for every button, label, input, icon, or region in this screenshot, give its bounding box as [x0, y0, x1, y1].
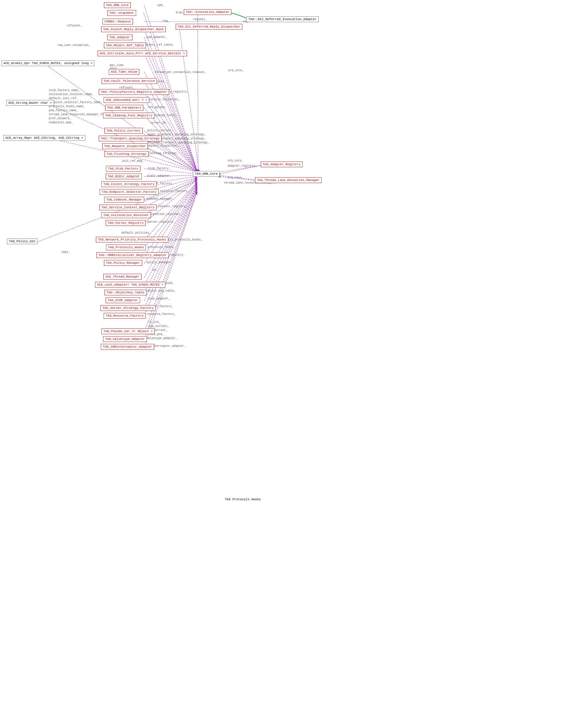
node-ace-thread-manager[interactable]: ACE_Thread_Manager: [103, 274, 142, 279]
node-ace-atomic-op[interactable]: ACE_Atomic_Op< TAO_SYNCH_MUTEX, unsigned…: [1, 60, 94, 66]
node-ace-lock-adapter[interactable]: ACE_Lock_Adapter< TAO_SYNCH_MUTEX >: [95, 282, 165, 288]
node-tao-argument[interactable]: TAO::Argument: [107, 10, 136, 16]
node-ace-string-base[interactable]: ACE_String_Base< char >: [6, 100, 54, 106]
label-protocol-factories: protocol_factories_: [147, 98, 180, 101]
node-tao-valuetype-adapter[interactable]: TAO_Valuetype_Adapter: [103, 336, 147, 342]
label-thread-per: thread_per_connection_timeout_: [154, 71, 206, 74]
node-tao-fault-tolerance-service[interactable]: TAO_Fault_Tolerance_Service: [102, 78, 157, 84]
node-tao-policy-current[interactable]: TAO_Policy_Current: [104, 128, 143, 134]
label-req: req_: [162, 20, 169, 23]
node-tao-object-ref-table[interactable]: TAO_Object_Ref_Table: [104, 42, 146, 48]
diagram-container: TAO_ORB_Core TAO::Argument TAO::Invocati…: [0, 0, 588, 708]
label-request-dispatcher: request_dispatcher_: [147, 144, 180, 147]
node-tao-network-priority-protocols-hooks[interactable]: TAO_Network_Priority_Protocols_Hooks: [96, 237, 168, 242]
label-object-key-table: object_key_table_: [147, 289, 176, 293]
node-tao-codeset-manager[interactable]: TAO_Codeset_Manager: [104, 197, 144, 203]
label-poa-adapter: poa_adapter_: [147, 36, 167, 39]
node-tao-adapter-registry[interactable]: TAO_Adapter_Registry: [261, 161, 303, 167]
node-tao-thread-lane-resources-manager[interactable]: TAO_Thread_Lane_Resources_Manager: [255, 177, 321, 183]
label-raw-user: raw_user_exception_: [57, 44, 90, 47]
label-stub-factory: stub_factory_: [148, 167, 170, 170]
node-tao-orb-core[interactable]: TAO_ORB_Core: [193, 171, 220, 177]
svg-line-36: [144, 184, 197, 264]
node-ace-time-value[interactable]: ACE_Time_Value: [109, 69, 139, 75]
svg-line-2: [197, 12, 198, 172]
node-tao-protocols-hooks[interactable]: TAO_Protocols_Hooks: [106, 244, 146, 250]
node-tao-collocation-proxy-broker[interactable]: TAO_ORB_Core: [104, 2, 131, 8]
node-tao-asynch-reply-dispatcher-base[interactable]: TAO_Asynch_Reply_Dispatcher_Base: [101, 26, 166, 32]
label-collocation-resolver: collocation_resolver_: [146, 213, 182, 216]
node-tao-resource-factory[interactable]: TAO_Resource_Factory: [104, 313, 146, 319]
node-tao-client-strategy-factory[interactable]: TAO_Client_Strategy_Factory: [101, 181, 156, 187]
node-tao-service-context-registry[interactable]: TAO_Service_Context_Registry: [99, 205, 156, 210]
label-tm: tm_: [152, 268, 157, 271]
node-tao-objectkey-table[interactable]: TAO::ObjectKey_Table: [104, 290, 147, 295]
label-orb-core-right-1: orb_core_: [228, 159, 243, 163]
label-object-ref-table: object_ref_table_: [145, 43, 174, 47]
node-tao-parser-registry[interactable]: TAO_Parser_Registry: [106, 220, 146, 226]
label-orb-core-top-right: orb_core_: [228, 69, 244, 72]
label-flushing-strategy: flushing_strategy_: [147, 152, 178, 155]
label-orb-core-right-2: orb_core_: [228, 176, 243, 179]
node-tao-cleanup-func-registry[interactable]: TAO_Cleanup_Func_Registry: [103, 113, 154, 118]
node-tao-policy-manager[interactable]: TAO_Policy_Manager: [104, 260, 142, 266]
label-cpb: cpb_: [157, 4, 164, 7]
node-tao-pseudo-var[interactable]: TAO_Pseudo_Var_T< Object >: [101, 328, 155, 334]
label-ziop-adapter: ziop_adapter_: [148, 297, 170, 300]
node-tao-flushing-strategy[interactable]: TAO_Flushing_Strategy: [104, 151, 149, 157]
node-tao-endpoint-selector-factory[interactable]: TAO_Endpoint_Selector_Factory: [100, 189, 158, 195]
label-adapter-registry: adapter_registry_: [228, 165, 257, 168]
node-tao-policy-factory-registry-adapter[interactable]: TAO::PolicyFactory_Registry_Adapter: [99, 89, 169, 95]
node-tao-adapter[interactable]: TAO_Adapter: [107, 34, 132, 40]
node-tao-iorinterceptor-adapter[interactable]: TAO_IORInterceptor_Adapter: [101, 344, 154, 350]
node-tao-policy-set[interactable]: TAO_Policy_Set: [7, 238, 37, 244]
node-tao-ziop-adapter[interactable]: TAO_ZIOP_Adapter: [106, 297, 140, 303]
label-request: request_: [193, 18, 207, 21]
label-protocols-hooks: protocols_hooks_: [148, 246, 175, 249]
label-valuetype-adapter: valuetype_adapter_: [146, 337, 177, 340]
node-tao-collocation-resolver[interactable]: TAO_Collocation_Resolver: [101, 212, 151, 218]
label-bidir-adapter: bidir_adapter_: [147, 174, 172, 178]
label-orb-params: orb_params_: [148, 106, 167, 109]
node-tao-dii-deferred-invocation-adapter[interactable]: TAO::DII_Deferred_Invocation_Adapter: [246, 17, 319, 22]
label-impl: impl_: [61, 250, 70, 254]
label-refcount-top: refcount_: [67, 24, 82, 27]
node-tao-orb-parameters[interactable]: TAO_ORB_Parameters: [105, 105, 143, 111]
label-resource-factory: resource_factory_: [147, 313, 176, 316]
node-tao-request-dispatcher[interactable]: TAO_Request_Dispatcher: [102, 143, 148, 149]
node-ace-intrusive-auto-ptr[interactable]: ACE_Intrusive_Auto_Ptr< ACE_Service_Gest…: [98, 51, 187, 56]
node-corba-request[interactable]: CORBA::Request: [102, 19, 133, 24]
node-tao-stub-factory[interactable]: TAO_Stub_Factory: [106, 166, 141, 172]
label-parser-registry: parser_registry_: [147, 220, 175, 224]
node-ace-array-map[interactable]: ACE_Array_Map< ACE_CString, ACE_CString …: [3, 135, 85, 141]
label-policy-current: policy_current_: [147, 129, 173, 132]
label-init-ref-map: init_ref_map_: [122, 159, 144, 163]
label-codeset-manager: codeset_manager_: [147, 198, 174, 201]
label-policy-manager: policy_manager_: [147, 261, 173, 264]
node-tao-orbinitializer-registry-adapter[interactable]: TAO::ORBInitializer_Registry_Adapter: [96, 252, 169, 258]
svg-line-4: [179, 27, 199, 172]
node-ace-unbounded-set[interactable]: ACE_Unbounded_Set< T >: [104, 97, 149, 103]
node-tao-server-strategy-factory[interactable]: TAO_Server_Strategy_Factory: [100, 305, 156, 311]
svg-line-11: [144, 81, 197, 172]
label-tao-protocols-hooks-detected: TAO Protocols Hooks: [225, 498, 261, 501]
label-default-policies: default_policies_: [121, 231, 151, 234]
label-args: args_: [176, 11, 184, 14]
node-tao-dii-deferred-reply-dispatcher[interactable]: TAO_DII_Deferred_Reply_Dispatcher: [176, 24, 242, 30]
label-server-id: server_id_: [150, 121, 167, 124]
node-tao-bidir-adapter[interactable]: TAO_BiDir_Adapter: [106, 174, 142, 179]
node-tao-transport-queuing-strategy[interactable]: TAO::Transport_Queuing_Strategy: [99, 136, 162, 141]
node-tao-invocation-adapter[interactable]: TAO::Invocation_Adapter: [184, 9, 231, 15]
